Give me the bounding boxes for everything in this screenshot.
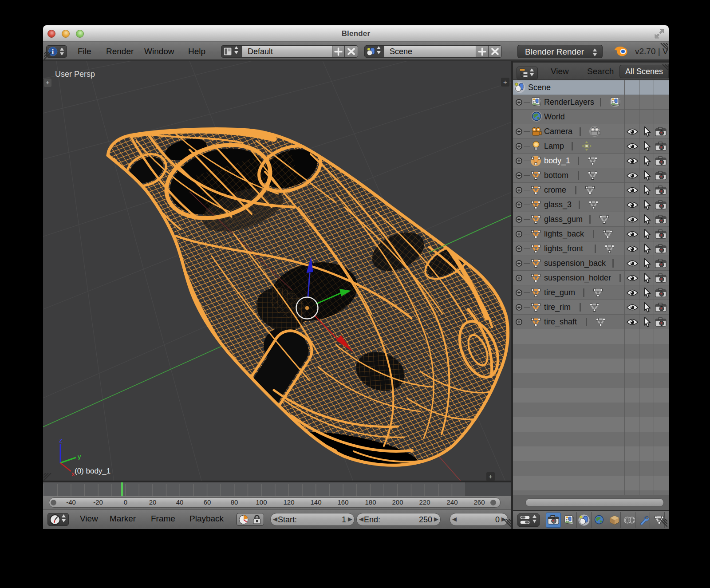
svg-text:z: z: [59, 436, 63, 444]
svg-text:y: y: [78, 453, 81, 460]
